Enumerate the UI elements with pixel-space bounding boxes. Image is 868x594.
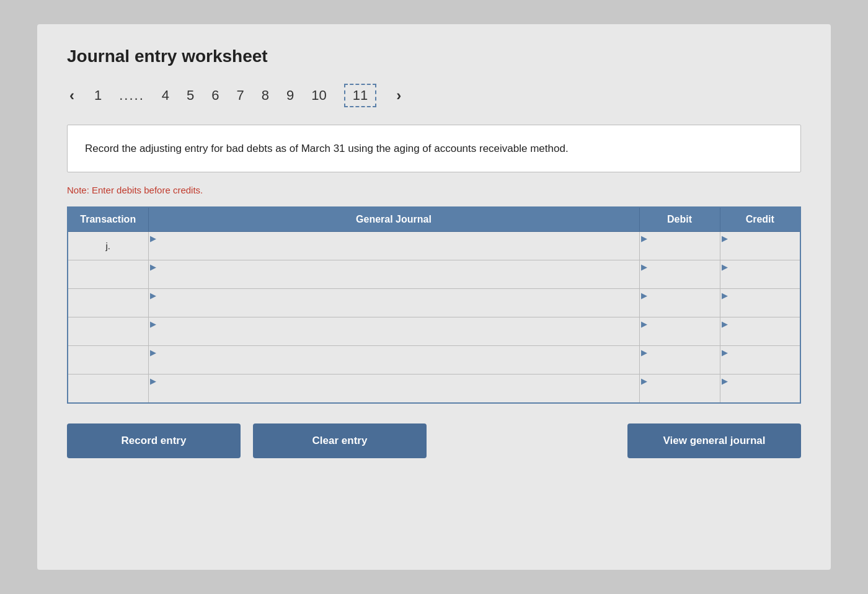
input-credit-0[interactable] bbox=[720, 232, 800, 260]
cell-credit-3: ▶ bbox=[720, 317, 800, 346]
input-credit-3[interactable] bbox=[720, 317, 800, 345]
cell-debit-3: ▶ bbox=[639, 317, 720, 346]
cell-transaction-4 bbox=[68, 346, 148, 375]
arrow-icon-credit-1: ▶ bbox=[722, 263, 728, 271]
cell-journal-1: ▶ bbox=[148, 260, 639, 289]
page-8[interactable]: 8 bbox=[262, 87, 269, 104]
page-9[interactable]: 9 bbox=[286, 87, 294, 104]
input-journal-3[interactable] bbox=[149, 317, 639, 345]
page-dots: ..... bbox=[119, 87, 144, 104]
col-header-journal: General Journal bbox=[148, 207, 639, 232]
input-debit-4[interactable] bbox=[640, 346, 720, 374]
cell-debit-0: ▶ bbox=[639, 232, 720, 260]
pagination: ‹ 1 ..... 4 5 6 7 8 9 10 11 › bbox=[67, 84, 801, 107]
input-journal-2[interactable] bbox=[149, 289, 639, 317]
arrow-icon-journal-4: ▶ bbox=[150, 348, 156, 357]
input-debit-1[interactable] bbox=[640, 260, 720, 288]
cell-debit-2: ▶ bbox=[639, 289, 720, 317]
cell-journal-2: ▶ bbox=[148, 289, 639, 317]
table-row: ▶ ▶ ▶ bbox=[68, 289, 800, 317]
arrow-icon-credit-2: ▶ bbox=[722, 291, 728, 299]
arrow-icon-debit-3: ▶ bbox=[641, 320, 647, 328]
arrow-icon-debit-5: ▶ bbox=[641, 377, 647, 385]
prev-button[interactable]: ‹ bbox=[67, 87, 77, 104]
table-row: ▶ ▶ ▶ bbox=[68, 260, 800, 289]
main-container: Journal entry worksheet ‹ 1 ..... 4 5 6 … bbox=[37, 24, 831, 570]
col-header-credit: Credit bbox=[720, 207, 800, 232]
input-journal-5[interactable] bbox=[149, 375, 639, 402]
page-4[interactable]: 4 bbox=[162, 87, 169, 104]
page-11-active[interactable]: 11 bbox=[344, 84, 376, 107]
cell-credit-2: ▶ bbox=[720, 289, 800, 317]
cell-credit-5: ▶ bbox=[720, 375, 800, 403]
cell-transaction-1 bbox=[68, 260, 148, 289]
note-text: Note: Enter debits before credits. bbox=[67, 185, 801, 195]
input-debit-0[interactable] bbox=[640, 232, 720, 260]
arrow-icon-credit-5: ▶ bbox=[722, 377, 728, 385]
table-row: ▶ ▶ ▶ bbox=[68, 346, 800, 375]
arrow-icon-debit-2: ▶ bbox=[641, 291, 647, 299]
cell-journal-0: ▶ bbox=[148, 232, 639, 260]
table-row: j. ▶ ▶ ▶ bbox=[68, 232, 800, 260]
cell-transaction-0: j. bbox=[68, 232, 148, 260]
cell-debit-4: ▶ bbox=[639, 346, 720, 375]
arrow-icon-journal-5: ▶ bbox=[150, 377, 156, 385]
input-credit-5[interactable] bbox=[720, 375, 800, 402]
input-journal-0[interactable] bbox=[149, 232, 639, 260]
cell-credit-4: ▶ bbox=[720, 346, 800, 375]
input-credit-2[interactable] bbox=[720, 289, 800, 317]
instruction-text: Record the adjusting entry for bad debts… bbox=[85, 143, 569, 154]
instruction-box: Record the adjusting entry for bad debts… bbox=[67, 125, 801, 172]
input-credit-4[interactable] bbox=[720, 346, 800, 374]
cell-transaction-2 bbox=[68, 289, 148, 317]
view-general-journal-button[interactable]: View general journal bbox=[627, 423, 801, 458]
arrow-icon-credit-4: ▶ bbox=[722, 348, 728, 357]
page-7[interactable]: 7 bbox=[237, 87, 244, 104]
arrow-icon-debit-0: ▶ bbox=[641, 234, 647, 242]
page-5[interactable]: 5 bbox=[187, 87, 194, 104]
table-row: ▶ ▶ ▶ bbox=[68, 375, 800, 403]
arrow-icon-journal-0: ▶ bbox=[150, 234, 156, 242]
cell-journal-3: ▶ bbox=[148, 317, 639, 346]
input-debit-2[interactable] bbox=[640, 289, 720, 317]
input-debit-3[interactable] bbox=[640, 317, 720, 345]
page-title: Journal entry worksheet bbox=[67, 47, 801, 66]
col-header-transaction: Transaction bbox=[68, 207, 148, 232]
cell-journal-5: ▶ bbox=[148, 375, 639, 403]
arrow-icon-debit-4: ▶ bbox=[641, 348, 647, 357]
page-1[interactable]: 1 bbox=[94, 87, 102, 104]
page-6[interactable]: 6 bbox=[211, 87, 219, 104]
next-button[interactable]: › bbox=[394, 87, 404, 104]
buttons-row: Record entry Clear entry View general jo… bbox=[67, 423, 801, 458]
input-journal-1[interactable] bbox=[149, 260, 639, 288]
arrow-icon-journal-3: ▶ bbox=[150, 320, 156, 328]
cell-credit-0: ▶ bbox=[720, 232, 800, 260]
cell-journal-4: ▶ bbox=[148, 346, 639, 375]
table-row: ▶ ▶ ▶ bbox=[68, 317, 800, 346]
input-debit-5[interactable] bbox=[640, 375, 720, 402]
arrow-icon-credit-0: ▶ bbox=[722, 234, 728, 242]
cell-debit-5: ▶ bbox=[639, 375, 720, 403]
cell-debit-1: ▶ bbox=[639, 260, 720, 289]
clear-entry-button[interactable]: Clear entry bbox=[253, 423, 427, 458]
col-header-debit: Debit bbox=[639, 207, 720, 232]
cell-transaction-5 bbox=[68, 375, 148, 403]
input-journal-4[interactable] bbox=[149, 346, 639, 374]
journal-table: Transaction General Journal Debit Credit… bbox=[67, 206, 801, 404]
page-10[interactable]: 10 bbox=[311, 87, 326, 104]
cell-credit-1: ▶ bbox=[720, 260, 800, 289]
arrow-icon-journal-2: ▶ bbox=[150, 291, 156, 299]
arrow-icon-credit-3: ▶ bbox=[722, 320, 728, 328]
arrow-icon-debit-1: ▶ bbox=[641, 263, 647, 271]
arrow-icon-journal-1: ▶ bbox=[150, 263, 156, 271]
record-entry-button[interactable]: Record entry bbox=[67, 423, 241, 458]
input-credit-1[interactable] bbox=[720, 260, 800, 288]
cell-transaction-3 bbox=[68, 317, 148, 346]
